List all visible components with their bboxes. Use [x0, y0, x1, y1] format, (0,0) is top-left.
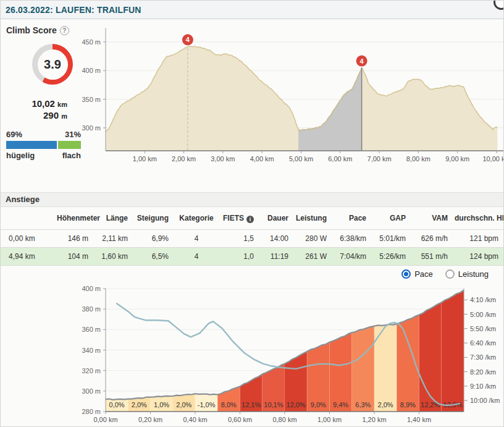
highlighted-climb-area	[298, 68, 361, 151]
top-section: Climb Score ? 3.9 10,02 km 290 m 69% 31%	[1, 19, 503, 186]
climb-cell: 4,94 km	[1, 248, 56, 266]
hilly-flat-split: 69% 31% hügelig flach	[6, 130, 81, 160]
pace-axis-label: 5:00 /km	[470, 311, 496, 318]
elevation-axis-label: 380 m	[82, 305, 101, 313]
radio-option-leistung[interactable]: Leistung	[445, 269, 489, 279]
climb-cell: 0,00 km	[1, 230, 56, 248]
gradient-segment	[352, 326, 374, 412]
segment-gradient-label: -1,0%	[198, 401, 216, 408]
elevation-axis-label: 320 m	[82, 367, 101, 374]
climb-cell: 5:01/km	[372, 230, 412, 248]
x-axis-label: 6,00 km	[328, 155, 352, 163]
climb-cell: 1,5	[218, 230, 260, 248]
climb-score-value: 3.9	[38, 49, 68, 80]
climb-cell: 7:04/km	[333, 248, 372, 266]
column-header-Höhenmeter: Höhenmeter	[56, 207, 94, 230]
flat-label: flach	[62, 151, 81, 160]
x-axis-label: 0,40 km	[183, 416, 207, 423]
elevation-axis-label: 360 m	[82, 326, 101, 333]
radio-unselected-icon[interactable]	[445, 269, 455, 279]
total-distance: 10,02 km	[6, 98, 67, 110]
radio-label: Leistung	[458, 269, 489, 279]
climb-cell: 146 m	[56, 230, 94, 248]
radio-option-pace[interactable]: Pace	[401, 269, 433, 279]
x-axis-label: 0,00 km	[93, 416, 117, 423]
climb-stats: 10,02 km 290 m	[6, 98, 67, 122]
y-axis-label: 350 m	[82, 96, 101, 103]
total-elevation-gain: 290 m	[6, 110, 67, 122]
x-axis-label: 1,00 km	[317, 416, 342, 423]
segment-gradient-label: 8,0%	[221, 401, 237, 408]
panel-header: 26.03.2022: LAUFEN: TRAILFUN	[1, 1, 503, 19]
climb-cell: 1,60 km	[94, 248, 134, 266]
elevation-axis-label: 340 m	[82, 347, 101, 354]
column-header-Pace: Pace	[333, 207, 372, 230]
y-axis-label: 450 m	[82, 38, 101, 46]
x-axis-label: 3,00 km	[211, 155, 235, 163]
climb-analysis-panel: 26.03.2022: LAUFEN: TRAILFUN Climb Score…	[0, 0, 504, 427]
metric-toggle: PaceLeistung	[1, 266, 503, 282]
column-header-GAP: GAP	[372, 207, 412, 230]
pace-axis-label: 6:40 /km	[470, 339, 496, 347]
climbs-table-header: HöhenmeterLängeSteigungKategorieFIETSiDa…	[1, 207, 504, 230]
segment-gradient-label: 2,0%	[176, 401, 191, 408]
activity-title: 26.03.2022: LAUFEN: TRAILFUN	[6, 5, 141, 15]
elevation-axis-label: 300 m	[82, 387, 101, 395]
segment-gradient-label: 12,1%	[242, 401, 261, 408]
close-icon[interactable]	[494, 0, 504, 10]
x-axis-label: 5,00 km	[289, 155, 313, 163]
climb-row[interactable]: 4,94 km104 m1,60 km6,5%41,011:19261 W7:0…	[1, 248, 504, 266]
climb-category-badge-label: 4	[360, 57, 364, 65]
climb-cell: 124 bpm	[454, 248, 504, 266]
column-header-Länge: Länge	[94, 207, 134, 230]
column-header-start	[1, 207, 56, 230]
gradient-segment	[330, 332, 352, 412]
x-axis-label: 0,80 km	[272, 416, 296, 423]
x-axis-label: 0,60 km	[228, 416, 252, 423]
elevation-axis-label: 400 m	[82, 285, 101, 292]
column-header-durchschn. HF: durchschn. HF	[454, 207, 504, 230]
radio-selected-icon[interactable]	[401, 269, 411, 279]
flat-bar	[58, 141, 81, 149]
climb-score-panel: Climb Score ? 3.9 10,02 km 290 m 69% 31%	[1, 19, 94, 186]
climb-cell: 5:26/km	[372, 248, 412, 266]
climb-row[interactable]: 0,00 km146 m2,11 km6,9%41,514:00280 W6:3…	[1, 230, 504, 248]
climb-cell: 6,5%	[134, 248, 175, 266]
climbs-table: HöhenmeterLängeSteigungKategorieFIETSiDa…	[1, 207, 504, 266]
climb-cell: 2,11 km	[94, 230, 134, 248]
segment-gradient-label: 2,0%	[378, 401, 393, 408]
climb-cell: 6,9%	[134, 230, 175, 248]
x-axis-label: 8,00 km	[406, 155, 430, 163]
help-icon[interactable]: ?	[60, 26, 69, 35]
segment-gradient-label: 6,3%	[355, 401, 371, 408]
climb-score-title-row: Climb Score ?	[6, 25, 94, 35]
climb-detail-chart[interactable]: 280 m300 m320 m340 m360 m380 m400 m0,0%2…	[1, 282, 503, 427]
x-axis-label: 0,20 km	[138, 416, 162, 423]
y-axis-label: 400 m	[82, 67, 101, 74]
pace-axis-label: 5:50 /km	[470, 325, 496, 332]
column-header-Dauer: Dauer	[260, 207, 295, 230]
segment-gradient-label: 12,0%	[287, 401, 306, 408]
segment-gradient-label: 10,1%	[264, 401, 283, 408]
climb-cell: 1,0	[218, 248, 260, 266]
x-axis-label: 1,40 km	[407, 416, 431, 423]
gradient-segment	[442, 290, 464, 412]
segment-gradient-label: 1,0%	[154, 401, 169, 408]
hilly-label: hügelig	[6, 151, 35, 160]
pace-axis-label: 4:10 /km	[470, 296, 496, 303]
climb-category-badge-label: 4	[186, 36, 190, 43]
climb-cell: 121 bpm	[454, 230, 504, 248]
overview-elevation-chart[interactable]: 300 m350 m400 m450 m1,00 km2,00 km3,00 k…	[94, 19, 504, 186]
x-axis-label: 2,00 km	[172, 155, 196, 163]
climb-cell: 261 W	[295, 248, 333, 266]
pace-axis-label: 9:10 /km	[470, 383, 496, 390]
climb-score-label: Climb Score	[6, 25, 57, 35]
fiets-info-icon[interactable]: i	[246, 216, 254, 223]
x-axis-label: 1,00 km	[133, 155, 157, 163]
hilly-bar	[6, 141, 57, 149]
pace-axis-label: 10:00 /km	[470, 397, 500, 404]
column-header-VAM: VAM	[412, 207, 454, 230]
climb-cell: 11:19	[260, 248, 295, 266]
climb-cell: 4	[175, 248, 218, 266]
column-header-Leistung: Leistung	[295, 207, 333, 230]
